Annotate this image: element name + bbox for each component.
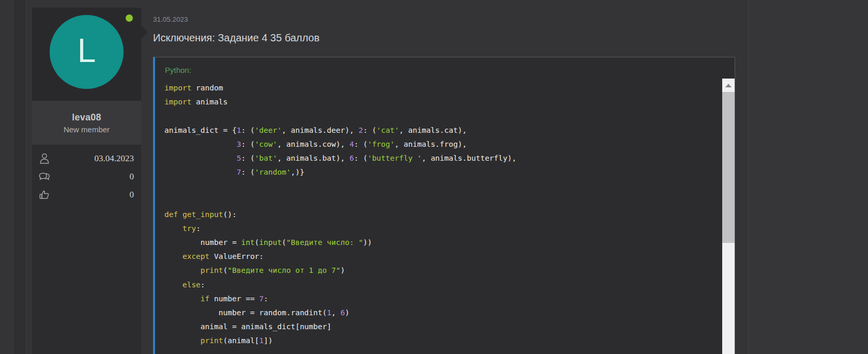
right-gutter xyxy=(749,0,868,354)
stat-value-messages: 0 xyxy=(130,172,134,182)
user-card: L leva08 New member 03.04.2023 0 0 xyxy=(32,8,141,354)
avatar[interactable]: L xyxy=(50,15,124,89)
user-name-band: leva08 New member xyxy=(32,101,141,145)
stat-row-likes: 0 xyxy=(38,188,134,202)
divider-line-left-1 xyxy=(13,0,13,354)
code-scrollbar[interactable] xyxy=(722,79,735,354)
user-icon xyxy=(38,152,51,165)
messages-icon xyxy=(38,170,51,183)
post-date: 31.05.2023 xyxy=(153,16,188,23)
stat-row-messages: 0 xyxy=(38,170,134,183)
post-title: Исключения: Задание 4 35 баллов xyxy=(153,32,319,44)
avatar-box: L xyxy=(32,8,141,101)
code-content: import randomimport animals animals_dict… xyxy=(155,81,721,354)
scrollbar-thumb[interactable] xyxy=(722,92,735,243)
scrollbar-up-button[interactable] xyxy=(722,79,735,92)
user-role-label: New member xyxy=(64,125,110,134)
online-indicator-dot xyxy=(126,14,133,22)
stat-value-joined: 03.04.2023 xyxy=(95,153,134,164)
avatar-letter: L xyxy=(78,34,96,70)
left-gutter xyxy=(13,0,26,354)
scrollbar-up-icon xyxy=(725,84,732,87)
code-language-label: Python: xyxy=(155,57,735,74)
stat-row-joined: 03.04.2023 xyxy=(38,152,134,165)
stat-value-likes: 0 xyxy=(130,190,134,200)
divider-line-left-2 xyxy=(26,0,26,354)
likes-icon xyxy=(38,188,51,202)
speech-pointer xyxy=(141,25,148,39)
code-block: Python: import randomimport animals anim… xyxy=(153,57,735,354)
divider-line-right xyxy=(748,0,749,354)
username-link[interactable]: leva08 xyxy=(72,112,101,123)
user-stats: 03.04.2023 0 0 xyxy=(32,145,141,202)
